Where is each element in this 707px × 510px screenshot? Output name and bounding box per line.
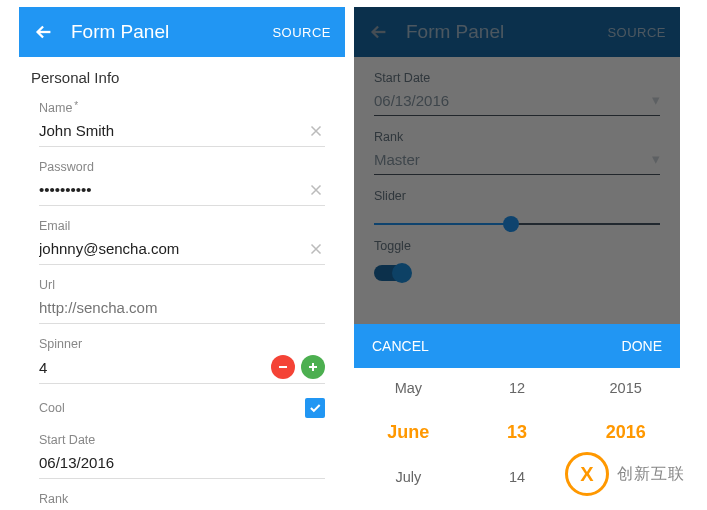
modal-overlay[interactable] bbox=[354, 7, 680, 324]
clear-icon[interactable] bbox=[307, 122, 325, 140]
screen-date-picker: Form Panel SOURCE Start Date 06/13/2016▾… bbox=[354, 7, 680, 505]
screen-form-panel: Form Panel SOURCE Personal Info Name* Pa… bbox=[19, 7, 345, 505]
header-title: Form Panel bbox=[71, 21, 272, 43]
picker-item[interactable]: 12 bbox=[463, 368, 572, 408]
picker-item-selected[interactable]: 2016 bbox=[571, 408, 680, 457]
picker-item[interactable]: 14 bbox=[463, 457, 572, 497]
field-name: Name* bbox=[19, 94, 345, 153]
watermark: X 创新互联 bbox=[565, 452, 685, 496]
password-label: Password bbox=[39, 160, 94, 174]
field-email: Email bbox=[19, 212, 345, 271]
svg-rect-0 bbox=[279, 366, 287, 368]
section-title: Personal Info bbox=[19, 57, 345, 94]
source-button[interactable]: SOURCE bbox=[272, 25, 331, 40]
field-cool: Cool bbox=[19, 390, 345, 426]
watermark-logo-icon: X bbox=[565, 452, 609, 496]
password-input[interactable]: •••••••••• bbox=[39, 178, 307, 201]
field-spinner: Spinner bbox=[19, 330, 345, 390]
spinner-plus-button[interactable] bbox=[301, 355, 325, 379]
name-input[interactable] bbox=[39, 119, 307, 142]
field-password: Password •••••••••• bbox=[19, 153, 345, 212]
spinner-input[interactable] bbox=[39, 356, 271, 379]
name-label: Name* bbox=[39, 101, 78, 115]
back-icon[interactable] bbox=[33, 21, 55, 43]
startdate-value[interactable]: 06/13/2016 bbox=[39, 451, 325, 474]
cancel-button[interactable]: CANCEL bbox=[372, 338, 429, 354]
cool-label: Cool bbox=[39, 401, 65, 415]
svg-rect-2 bbox=[312, 363, 314, 371]
picker-toolbar: CANCEL DONE bbox=[354, 324, 680, 368]
field-rank: Rank bbox=[19, 485, 345, 505]
watermark-text: 创新互联 bbox=[617, 464, 685, 485]
app-header: Form Panel SOURCE bbox=[19, 7, 345, 57]
picker-item[interactable]: 2015 bbox=[571, 368, 680, 408]
picker-item[interactable]: May bbox=[354, 368, 463, 408]
spinner-label: Spinner bbox=[39, 337, 82, 351]
form-content: Personal Info Name* Password •••••••••• … bbox=[19, 57, 345, 505]
startdate-label: Start Date bbox=[39, 433, 95, 447]
picker-item[interactable]: July bbox=[354, 457, 463, 497]
rank-label: Rank bbox=[39, 492, 68, 505]
email-label: Email bbox=[39, 219, 70, 233]
field-start-date: Start Date 06/13/2016 bbox=[19, 426, 345, 485]
picker-item-selected[interactable]: June bbox=[354, 408, 463, 457]
url-label: Url bbox=[39, 278, 55, 292]
url-input[interactable] bbox=[39, 296, 325, 319]
done-button[interactable]: DONE bbox=[622, 338, 662, 354]
picker-col-day[interactable]: 12 13 14 bbox=[463, 368, 572, 505]
field-url: Url bbox=[19, 271, 345, 330]
email-input[interactable] bbox=[39, 237, 307, 260]
cool-checkbox[interactable] bbox=[305, 398, 325, 418]
clear-icon[interactable] bbox=[307, 240, 325, 258]
picker-col-month[interactable]: May June July bbox=[354, 368, 463, 505]
clear-icon[interactable] bbox=[307, 181, 325, 199]
picker-item-selected[interactable]: 13 bbox=[463, 408, 572, 457]
spinner-minus-button[interactable] bbox=[271, 355, 295, 379]
